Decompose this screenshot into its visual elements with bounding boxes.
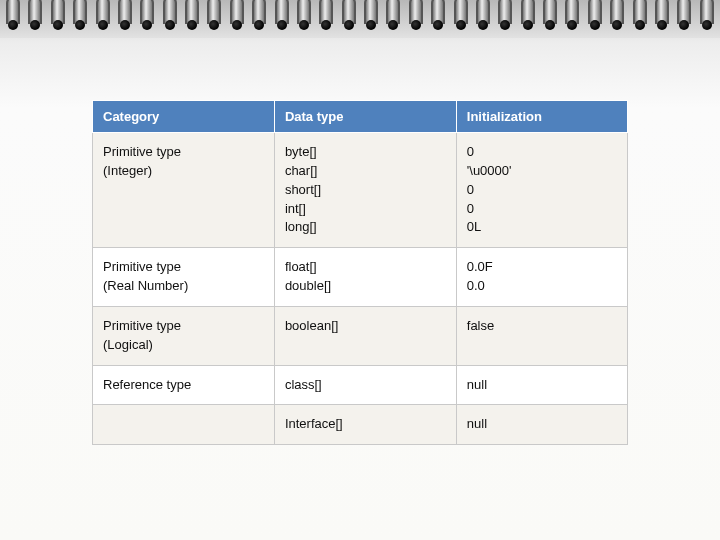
datatype-line: double[] [285, 277, 446, 296]
spiral-ring [319, 0, 333, 30]
header-datatype: Data type [274, 101, 456, 133]
notebook-page: Category Data type Initialization Primit… [0, 0, 720, 540]
cell-datatype: byte[]char[]short[]int[]long[] [274, 133, 456, 248]
spiral-ring [163, 0, 177, 30]
spiral-ring [364, 0, 378, 30]
table-row: Reference typeclass[]null [93, 365, 628, 405]
datatype-line: class[] [285, 376, 446, 395]
cell-category: Primitive type(Real Number) [93, 248, 275, 307]
category-line: Primitive type [103, 143, 264, 162]
table-row: Primitive type(Integer)byte[]char[]short… [93, 133, 628, 248]
cell-category [93, 405, 275, 445]
datatype-line: byte[] [285, 143, 446, 162]
spiral-ring [118, 0, 132, 30]
spiral-ring [28, 0, 42, 30]
init-line: false [467, 317, 617, 336]
cell-init: null [456, 365, 627, 405]
spiral-binding [0, 0, 720, 38]
spiral-ring [655, 0, 669, 30]
init-line: 0 [467, 200, 617, 219]
cell-category: Primitive type(Logical) [93, 306, 275, 365]
spiral-ring [521, 0, 535, 30]
init-line: 0 [467, 143, 617, 162]
cell-datatype: boolean[] [274, 306, 456, 365]
spiral-ring [498, 0, 512, 30]
datatype-line: Interface[] [285, 415, 446, 434]
category-line: Reference type [103, 376, 264, 395]
datatype-line: float[] [285, 258, 446, 277]
cell-init: 0.0F0.0 [456, 248, 627, 307]
spiral-ring [297, 0, 311, 30]
spiral-ring [409, 0, 423, 30]
category-line: (Integer) [103, 162, 264, 181]
spiral-ring [610, 0, 624, 30]
spiral-ring [185, 0, 199, 30]
cell-datatype: Interface[] [274, 405, 456, 445]
content-area: Category Data type Initialization Primit… [92, 100, 628, 445]
header-category: Category [93, 101, 275, 133]
spiral-ring [96, 0, 110, 30]
spiral-ring [275, 0, 289, 30]
datatype-line: long[] [285, 218, 446, 237]
spiral-ring [476, 0, 490, 30]
category-line: (Real Number) [103, 277, 264, 296]
init-line: 0.0F [467, 258, 617, 277]
spiral-ring [565, 0, 579, 30]
table-row: Interface[]null [93, 405, 628, 445]
init-line: 0.0 [467, 277, 617, 296]
category-line: Primitive type [103, 317, 264, 336]
cell-init: false [456, 306, 627, 365]
table-header-row: Category Data type Initialization [93, 101, 628, 133]
init-line: 0 [467, 181, 617, 200]
init-line: null [467, 376, 617, 395]
datatype-line: boolean[] [285, 317, 446, 336]
header-init: Initialization [456, 101, 627, 133]
cell-init: null [456, 405, 627, 445]
cell-category: Primitive type(Integer) [93, 133, 275, 248]
spiral-ring [633, 0, 647, 30]
data-types-table: Category Data type Initialization Primit… [92, 100, 628, 445]
spiral-ring [51, 0, 65, 30]
cell-init: 0'\u0000'000L [456, 133, 627, 248]
spiral-ring [386, 0, 400, 30]
cell-datatype: class[] [274, 365, 456, 405]
spiral-ring [588, 0, 602, 30]
datatype-line: char[] [285, 162, 446, 181]
spiral-ring [543, 0, 557, 30]
spiral-ring [207, 0, 221, 30]
spiral-ring [6, 0, 20, 30]
init-line: 0L [467, 218, 617, 237]
datatype-line: int[] [285, 200, 446, 219]
category-line: Primitive type [103, 258, 264, 277]
spiral-ring [677, 0, 691, 30]
datatype-line: short[] [285, 181, 446, 200]
spiral-ring [342, 0, 356, 30]
init-line: '\u0000' [467, 162, 617, 181]
spiral-ring [454, 0, 468, 30]
spiral-ring [252, 0, 266, 30]
cell-category: Reference type [93, 365, 275, 405]
table-row: Primitive type(Real Number)float[]double… [93, 248, 628, 307]
spiral-ring [230, 0, 244, 30]
table-row: Primitive type(Logical)boolean[]false [93, 306, 628, 365]
spiral-ring [700, 0, 714, 30]
spiral-ring [431, 0, 445, 30]
init-line: null [467, 415, 617, 434]
cell-datatype: float[]double[] [274, 248, 456, 307]
spiral-ring [140, 0, 154, 30]
spiral-ring [73, 0, 87, 30]
category-line: (Logical) [103, 336, 264, 355]
